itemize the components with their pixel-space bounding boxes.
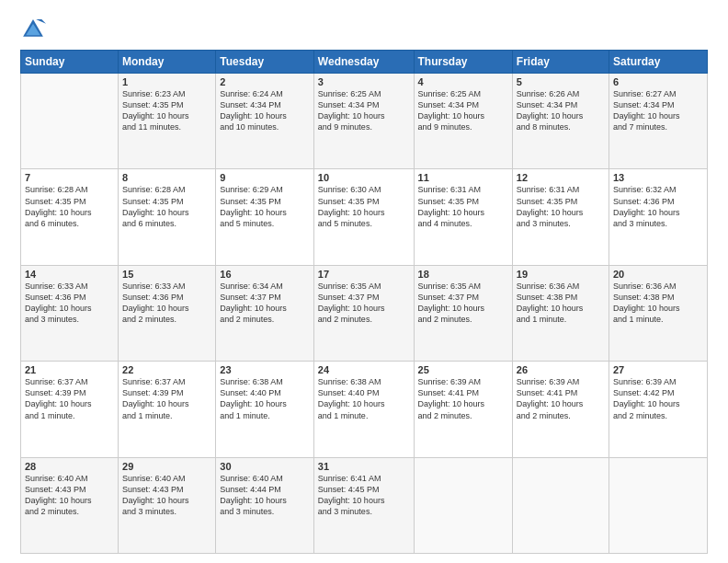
day-number: 31: [318, 461, 410, 472]
calendar-week-row: 21Sunrise: 6:37 AM Sunset: 4:39 PM Dayli…: [21, 362, 708, 457]
day-number: 22: [122, 364, 211, 375]
calendar-cell: 29Sunrise: 6:40 AM Sunset: 4:43 PM Dayli…: [119, 457, 216, 553]
calendar-cell: 1Sunrise: 6:23 AM Sunset: 4:35 PM Daylig…: [119, 74, 216, 169]
day-number: 2: [220, 76, 310, 87]
calendar-cell: 13Sunrise: 6:32 AM Sunset: 4:36 PM Dayli…: [609, 169, 708, 265]
col-header-thursday: Thursday: [414, 51, 512, 74]
calendar-cell: 19Sunrise: 6:36 AM Sunset: 4:38 PM Dayli…: [512, 265, 609, 361]
day-number: 23: [220, 364, 310, 375]
header: [20, 17, 708, 42]
day-number: 12: [517, 172, 605, 183]
day-number: 26: [517, 364, 605, 375]
day-info: Sunrise: 6:27 AM Sunset: 4:34 PM Dayligh…: [613, 88, 703, 133]
day-number: 20: [613, 269, 703, 280]
day-number: 18: [418, 269, 508, 280]
calendar-cell: [21, 74, 119, 169]
day-info: Sunrise: 6:25 AM Sunset: 4:34 PM Dayligh…: [418, 88, 508, 133]
day-number: 11: [418, 172, 508, 183]
day-number: 10: [318, 172, 410, 183]
calendar-cell: 8Sunrise: 6:28 AM Sunset: 4:35 PM Daylig…: [119, 169, 216, 265]
calendar-cell: 5Sunrise: 6:26 AM Sunset: 4:34 PM Daylig…: [512, 74, 609, 169]
col-header-monday: Monday: [119, 51, 216, 74]
day-info: Sunrise: 6:33 AM Sunset: 4:36 PM Dayligh…: [25, 281, 114, 326]
calendar-cell: 18Sunrise: 6:35 AM Sunset: 4:37 PM Dayli…: [414, 265, 512, 361]
day-number: 27: [613, 364, 703, 375]
day-number: 30: [220, 461, 310, 472]
day-info: Sunrise: 6:26 AM Sunset: 4:34 PM Dayligh…: [517, 88, 605, 133]
col-header-tuesday: Tuesday: [216, 51, 314, 74]
day-info: Sunrise: 6:36 AM Sunset: 4:38 PM Dayligh…: [613, 281, 703, 326]
calendar-week-row: 28Sunrise: 6:40 AM Sunset: 4:43 PM Dayli…: [21, 457, 708, 553]
calendar-cell: [512, 457, 609, 553]
calendar-cell: 22Sunrise: 6:37 AM Sunset: 4:39 PM Dayli…: [119, 362, 216, 457]
calendar-cell: 10Sunrise: 6:30 AM Sunset: 4:35 PM Dayli…: [313, 169, 414, 265]
day-number: 28: [25, 461, 114, 472]
day-info: Sunrise: 6:39 AM Sunset: 4:42 PM Dayligh…: [613, 376, 703, 421]
day-number: 7: [25, 172, 114, 183]
day-info: Sunrise: 6:36 AM Sunset: 4:38 PM Dayligh…: [517, 281, 605, 326]
day-info: Sunrise: 6:38 AM Sunset: 4:40 PM Dayligh…: [220, 376, 310, 421]
calendar-cell: 7Sunrise: 6:28 AM Sunset: 4:35 PM Daylig…: [21, 169, 119, 265]
calendar-cell: 12Sunrise: 6:31 AM Sunset: 4:35 PM Dayli…: [512, 169, 609, 265]
day-info: Sunrise: 6:32 AM Sunset: 4:36 PM Dayligh…: [613, 184, 703, 229]
calendar-cell: 31Sunrise: 6:41 AM Sunset: 4:45 PM Dayli…: [313, 457, 414, 553]
day-number: 21: [25, 364, 114, 375]
day-number: 14: [25, 269, 114, 280]
calendar-cell: 28Sunrise: 6:40 AM Sunset: 4:43 PM Dayli…: [21, 457, 119, 553]
day-number: 16: [220, 269, 310, 280]
day-info: Sunrise: 6:40 AM Sunset: 4:44 PM Dayligh…: [220, 473, 310, 518]
calendar-cell: 21Sunrise: 6:37 AM Sunset: 4:39 PM Dayli…: [21, 362, 119, 457]
col-header-saturday: Saturday: [609, 51, 708, 74]
day-info: Sunrise: 6:40 AM Sunset: 4:43 PM Dayligh…: [122, 473, 211, 518]
day-number: 5: [517, 76, 605, 87]
day-info: Sunrise: 6:38 AM Sunset: 4:40 PM Dayligh…: [318, 376, 410, 421]
day-info: Sunrise: 6:25 AM Sunset: 4:34 PM Dayligh…: [318, 88, 410, 133]
day-number: 15: [122, 269, 211, 280]
day-info: Sunrise: 6:34 AM Sunset: 4:37 PM Dayligh…: [220, 281, 310, 326]
day-number: 25: [418, 364, 508, 375]
calendar-cell: 26Sunrise: 6:39 AM Sunset: 4:41 PM Dayli…: [512, 362, 609, 457]
calendar-cell: 11Sunrise: 6:31 AM Sunset: 4:35 PM Dayli…: [414, 169, 512, 265]
day-number: 4: [418, 76, 508, 87]
calendar-week-row: 1Sunrise: 6:23 AM Sunset: 4:35 PM Daylig…: [21, 74, 708, 169]
calendar-cell: 17Sunrise: 6:35 AM Sunset: 4:37 PM Dayli…: [313, 265, 414, 361]
day-info: Sunrise: 6:30 AM Sunset: 4:35 PM Dayligh…: [318, 184, 410, 229]
day-info: Sunrise: 6:39 AM Sunset: 4:41 PM Dayligh…: [517, 376, 605, 421]
col-header-sunday: Sunday: [21, 51, 119, 74]
day-info: Sunrise: 6:29 AM Sunset: 4:35 PM Dayligh…: [220, 184, 310, 229]
day-info: Sunrise: 6:41 AM Sunset: 4:45 PM Dayligh…: [318, 473, 410, 518]
calendar-cell: [609, 457, 708, 553]
day-info: Sunrise: 6:33 AM Sunset: 4:36 PM Dayligh…: [122, 281, 211, 326]
day-number: 19: [517, 269, 605, 280]
day-info: Sunrise: 6:23 AM Sunset: 4:35 PM Dayligh…: [122, 88, 211, 133]
day-number: 8: [122, 172, 211, 183]
day-info: Sunrise: 6:31 AM Sunset: 4:35 PM Dayligh…: [517, 184, 605, 229]
day-info: Sunrise: 6:28 AM Sunset: 4:35 PM Dayligh…: [25, 184, 114, 229]
col-header-friday: Friday: [512, 51, 609, 74]
calendar-cell: 3Sunrise: 6:25 AM Sunset: 4:34 PM Daylig…: [313, 74, 414, 169]
day-info: Sunrise: 6:31 AM Sunset: 4:35 PM Dayligh…: [418, 184, 508, 229]
day-info: Sunrise: 6:35 AM Sunset: 4:37 PM Dayligh…: [418, 281, 508, 326]
calendar-cell: 15Sunrise: 6:33 AM Sunset: 4:36 PM Dayli…: [119, 265, 216, 361]
day-info: Sunrise: 6:28 AM Sunset: 4:35 PM Dayligh…: [122, 184, 211, 229]
day-number: 6: [613, 76, 703, 87]
calendar-header-row: SundayMondayTuesdayWednesdayThursdayFrid…: [21, 51, 708, 74]
calendar-cell: 30Sunrise: 6:40 AM Sunset: 4:44 PM Dayli…: [216, 457, 314, 553]
day-info: Sunrise: 6:40 AM Sunset: 4:43 PM Dayligh…: [25, 473, 114, 518]
calendar-table: SundayMondayTuesdayWednesdayThursdayFrid…: [20, 50, 708, 554]
day-number: 29: [122, 461, 211, 472]
logo-icon: [20, 17, 46, 42]
day-info: Sunrise: 6:35 AM Sunset: 4:37 PM Dayligh…: [318, 281, 410, 326]
day-number: 17: [318, 269, 410, 280]
calendar-cell: 4Sunrise: 6:25 AM Sunset: 4:34 PM Daylig…: [414, 74, 512, 169]
day-number: 9: [220, 172, 310, 183]
calendar-cell: 16Sunrise: 6:34 AM Sunset: 4:37 PM Dayli…: [216, 265, 314, 361]
calendar-cell: 9Sunrise: 6:29 AM Sunset: 4:35 PM Daylig…: [216, 169, 314, 265]
day-number: 1: [122, 76, 211, 87]
calendar-cell: 24Sunrise: 6:38 AM Sunset: 4:40 PM Dayli…: [313, 362, 414, 457]
day-number: 13: [613, 172, 703, 183]
calendar-cell: 27Sunrise: 6:39 AM Sunset: 4:42 PM Dayli…: [609, 362, 708, 457]
calendar-week-row: 7Sunrise: 6:28 AM Sunset: 4:35 PM Daylig…: [21, 169, 708, 265]
col-header-wednesday: Wednesday: [313, 51, 414, 74]
day-info: Sunrise: 6:24 AM Sunset: 4:34 PM Dayligh…: [220, 88, 310, 133]
